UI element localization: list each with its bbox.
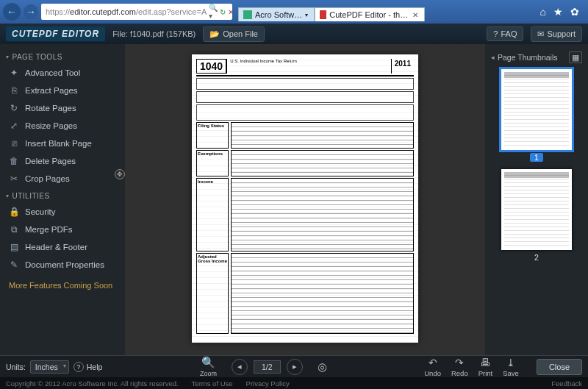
print-button[interactable]: 🖶Print (478, 357, 493, 377)
sidebar-icon: 🗑 (9, 156, 19, 166)
print-icon: 🖶 (480, 357, 490, 368)
tab-dropdown-icon[interactable]: ▾ (305, 12, 308, 18)
current-file-label: File: f1040.pdf (157KB) (112, 29, 196, 38)
next-page-button[interactable]: ▸ (287, 359, 303, 375)
sidebar-item-delete-pages[interactable]: 🗑Delete Pages (4, 152, 121, 170)
sidebar-item-security[interactable]: 🔒Security (4, 203, 121, 221)
sidebar-icon: ⤢ (9, 121, 19, 131)
sidebar-section-utilities[interactable]: UTILITIES (4, 188, 121, 203)
close-button[interactable]: Close (537, 359, 582, 375)
feedback-link[interactable]: Feedback (551, 379, 582, 388)
action-label: Save (503, 369, 519, 377)
terms-link[interactable]: Terms of Use (192, 379, 233, 388)
thumbnail-panel: Page Thumbnails ▦ 12 (485, 44, 588, 355)
tab-close-icon[interactable]: ✕ (412, 11, 418, 19)
sidebar-section-page-tools[interactable]: PAGE TOOLS (4, 49, 121, 64)
favorites-icon[interactable]: ★ (553, 6, 563, 18)
thumbnail-options-icon[interactable]: ▦ (569, 51, 582, 63)
stop-icon[interactable]: ✕ (228, 8, 232, 16)
copyright: Copyright © 2012 Acro Software Inc. All … (6, 379, 179, 388)
zoom-button[interactable]: 🔍 Zoom (200, 356, 217, 377)
address-bar[interactable]: https://editor.cutepdf.com/edit.asp?serv… (41, 4, 232, 20)
sidebar-item-merge-pdfs[interactable]: ⧉Merge PDFs (4, 221, 121, 238)
form-row (196, 78, 414, 90)
form-section: Adjusted Gross Income (196, 253, 414, 334)
sidebar-item-crop-pages[interactable]: ✂Crop Pages (4, 170, 121, 188)
privacy-link[interactable]: Privacy Policy (246, 379, 290, 388)
refresh-icon[interactable]: ↻ (220, 8, 226, 16)
undo-button[interactable]: ↶Undo (424, 357, 441, 377)
page-thumbnail-1[interactable] (501, 69, 572, 150)
tab-favicon-icon (243, 10, 252, 19)
save-button[interactable]: ⤓Save (503, 357, 519, 377)
open-file-button[interactable]: 📂 Open File (203, 26, 265, 42)
sidebar-icon: ✎ (9, 260, 19, 270)
browser-toolbar: ← → https://editor.cutepdf.com/edit.asp?… (0, 0, 588, 24)
form-row (196, 91, 414, 103)
form-section: Exemptions (196, 150, 414, 176)
folder-icon: 📂 (209, 29, 220, 39)
footer: Copyright © 2012 Acro Software Inc. All … (0, 377, 588, 389)
form-section: Filing Status (196, 122, 414, 149)
form-section-label: Filing Status (196, 122, 229, 149)
url-controls: 🔍 ▾ ↻ ✕ (209, 4, 232, 20)
tab-label: Acro Softw… (255, 10, 302, 19)
form-section-body (231, 178, 414, 251)
sidebar-item-resize-pages[interactable]: ⤢Resize Pages (4, 117, 121, 135)
sidebar-item-insert-blank-page[interactable]: ⎚Insert Blank Page (4, 135, 121, 152)
units-select[interactable]: Inches (30, 360, 69, 374)
back-button[interactable]: ← (3, 3, 21, 21)
sidebar-icon: ↻ (9, 103, 19, 113)
page-indicator[interactable]: 1/2 (254, 360, 281, 374)
thumbnail-title: Page Thumbnails (498, 53, 558, 62)
home-icon[interactable]: ⌂ (540, 6, 546, 18)
help-button[interactable]: ? Help (74, 362, 103, 372)
sidebar-item-label: Resize Pages (25, 121, 77, 130)
action-label: Undo (424, 369, 441, 377)
sidebar-icon: ✦ (9, 68, 19, 78)
page-navigation: ◂ 1/2 ▸ (232, 359, 303, 375)
support-button[interactable]: ✉ Support (531, 26, 582, 42)
sidebar-icon: ✂ (9, 174, 19, 184)
tools-icon[interactable]: ✿ (570, 6, 579, 18)
faq-label: FAQ (501, 29, 517, 38)
faq-icon: ? (493, 29, 498, 38)
redo-icon: ↷ (455, 357, 464, 368)
tab-strip: Acro Softw… ▾ CutePDF Editor - th… ✕ (238, 2, 531, 21)
fit-page-icon: ◎ (318, 360, 327, 374)
prev-page-button[interactable]: ◂ (232, 359, 248, 375)
redo-button[interactable]: ↷Redo (451, 357, 468, 377)
app-logo: CUTEPDF EDITOR (6, 26, 105, 41)
sidebar-item-label: Crop Pages (25, 174, 70, 183)
page-canvas[interactable]: 1040 U.S. Individual Income Tax Return 2… (192, 54, 418, 343)
forward-button[interactable]: → (24, 4, 38, 19)
fit-page-button[interactable]: ◎ (318, 360, 327, 374)
document-viewer[interactable]: ✥ 1040 U.S. Individual Income Tax Return… (125, 44, 485, 355)
tab-cutepdf-editor[interactable]: CutePDF Editor - th… ✕ (315, 7, 425, 21)
sidebar-item-extract-pages[interactable]: ⎘Extract Pages (4, 82, 121, 99)
bottom-right: ↶Undo↷Redo🖶Print⤓Save Close (424, 357, 582, 377)
sidebar-coming-soon: More Features Coming Soon (4, 274, 121, 293)
sidebar-item-label: Insert Blank Page (25, 139, 92, 148)
sidebar: PAGE TOOLS ✦Advanced Tool⎘Extract Pages↻… (0, 44, 125, 355)
tab-favicon-icon (320, 10, 326, 19)
form-section-label: Exemptions (196, 150, 229, 176)
form-row (196, 104, 414, 121)
zoom-icon: 🔍 (201, 356, 215, 369)
help-icon: ? (74, 362, 84, 372)
page-thumbnail-2[interactable] (501, 169, 572, 250)
thumbnail-number: 1 (530, 153, 543, 162)
thumbnail-header[interactable]: Page Thumbnails ▦ (490, 49, 584, 69)
form-year: 2011 (392, 59, 414, 74)
sidebar-item-document-properties[interactable]: ✎Document Properties (4, 256, 121, 274)
faq-button[interactable]: ? FAQ (487, 26, 523, 41)
search-dropdown-icon[interactable]: 🔍 ▾ (209, 4, 218, 20)
help-label: Help (87, 363, 103, 371)
open-file-label: Open File (223, 29, 258, 38)
sidebar-item-advanced-tool[interactable]: ✦Advanced Tool (4, 64, 121, 82)
sidebar-item-rotate-pages[interactable]: ↻Rotate Pages (4, 99, 121, 117)
grab-cursor-icon: ✥ (115, 169, 125, 179)
tab-acro-software[interactable]: Acro Softw… ▾ (238, 7, 315, 21)
sidebar-icon: 🔒 (9, 207, 19, 217)
sidebar-item-header-footer[interactable]: ▤Header & Footer (4, 238, 121, 256)
